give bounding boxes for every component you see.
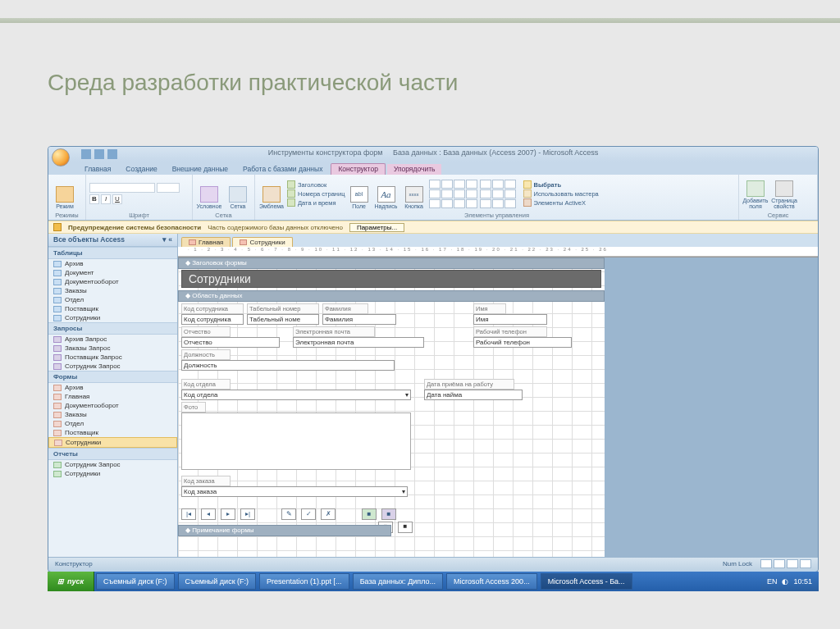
doc-tab-employees[interactable]: Сотрудники [232, 237, 292, 247]
detail-section[interactable]: ◆ Область данных [178, 290, 605, 302]
label[interactable]: Фото [181, 402, 206, 412]
taskbar-item[interactable]: Microsoft Access 200... [446, 573, 537, 590]
combobox[interactable]: Код заказа▾ [181, 486, 408, 497]
bold-button[interactable]: B [89, 194, 99, 204]
taskbar-item[interactable]: Съемный диск (F:) [178, 573, 257, 590]
textbox[interactable]: Электронная почта [293, 337, 424, 348]
pagenum-button[interactable]: Номера страниц [287, 189, 345, 198]
nav-form[interactable]: Заказы [48, 410, 177, 419]
taskbar-item[interactable]: База данных: Дипло... [353, 573, 443, 590]
nav-header[interactable]: Все объекты Access▾ « [48, 234, 177, 247]
controls-gallery[interactable] [429, 180, 477, 208]
controls-gallery-2[interactable] [480, 180, 516, 208]
addfields-button[interactable]: Добавить поля [742, 178, 769, 209]
first-record[interactable]: |◂ [181, 508, 196, 520]
textbox[interactable]: Должность [181, 360, 395, 371]
label[interactable]: Код сотрудника [181, 303, 244, 314]
textbox[interactable]: Отчество [181, 337, 280, 348]
nav-form[interactable]: Отдел [48, 419, 177, 428]
taskbar-item-active[interactable]: Microsoft Access - Ба... [541, 573, 632, 590]
label[interactable]: Дата приёма на работу [424, 379, 514, 390]
aux-button-1[interactable]: ■ [362, 508, 377, 520]
grid-button[interactable]: Сетка [225, 178, 251, 209]
nav-section-queries[interactable]: Запросы [48, 322, 177, 335]
label[interactable]: Должность [181, 349, 231, 360]
label[interactable]: Фамилия [322, 303, 368, 314]
taskbar-item[interactable]: Presentation (1).ppt [... [259, 573, 349, 590]
nav-table[interactable]: Заказы [48, 286, 177, 295]
nav-query[interactable]: Сотрудник Запрос [48, 362, 177, 371]
last-record[interactable]: ▸| [240, 508, 255, 520]
prev-record[interactable]: ◂ [201, 508, 216, 520]
nav-report[interactable]: Сотрудники [48, 469, 177, 478]
attachment[interactable] [181, 412, 411, 470]
nav-table[interactable]: Документооборот [48, 277, 177, 286]
edit-button[interactable]: ✎ [281, 508, 296, 520]
textbox[interactable]: Дата найма [424, 390, 523, 400]
tray-icon[interactable]: ◐ [782, 577, 788, 586]
doc-tab-main[interactable]: Главная [181, 237, 231, 247]
nav-form[interactable]: Главная [48, 392, 177, 401]
font-combo[interactable] [89, 183, 155, 193]
nav-table[interactable]: Архив [48, 259, 177, 268]
nav-form[interactable]: Поставщик [48, 428, 177, 437]
textbox[interactable]: Фамилия [322, 314, 396, 325]
tab-arrange[interactable]: Упорядочить [387, 164, 442, 175]
aux-button-4[interactable]: ■ [398, 522, 413, 533]
tab-external[interactable]: Внешние данные [166, 164, 235, 175]
label[interactable]: Отчество [181, 326, 231, 337]
nav-query[interactable]: Поставщик Запрос [48, 353, 177, 362]
security-options-button[interactable]: Параметры... [349, 223, 404, 232]
tab-create[interactable]: Создание [119, 164, 163, 175]
office-button[interactable] [52, 148, 70, 166]
start-button[interactable]: ⊞пуск [48, 572, 94, 591]
clock[interactable]: 10:51 [793, 577, 812, 586]
language-indicator[interactable]: EN [767, 577, 778, 586]
nav-report[interactable]: Сотрудник Запрос [48, 460, 177, 469]
nav-form-selected[interactable]: Сотрудники [48, 437, 177, 448]
formview-button[interactable] [760, 559, 772, 568]
form-header-section[interactable]: ◆ Заголовок формы [178, 258, 605, 269]
nav-form[interactable]: Документооборот [48, 401, 177, 410]
textbox[interactable]: Табельный номе [247, 314, 319, 325]
layoutview-button[interactable] [774, 559, 785, 568]
nav-table[interactable]: Сотрудники [48, 313, 177, 322]
use-wizards-toggle[interactable]: Использовать мастера [523, 189, 599, 198]
label[interactable]: Рабочий телефон [473, 326, 547, 337]
tab-design[interactable]: Конструктор [331, 163, 385, 175]
next-record[interactable]: ▸ [221, 508, 235, 520]
form-footer-section[interactable]: ◆ Примечание формы [178, 525, 391, 536]
save-button[interactable]: ✓ [301, 508, 316, 520]
taskbar-item[interactable]: Съемный диск (F:) [96, 573, 175, 590]
fontsize-combo[interactable] [157, 183, 180, 193]
label[interactable]: Код заказа [181, 476, 231, 486]
designview-button[interactable] [787, 559, 798, 568]
combobox[interactable]: Код отдела▾ [181, 390, 411, 400]
form-title-label[interactable]: Сотрудники [181, 270, 601, 288]
propsheet-button[interactable]: Страница свойств [771, 178, 797, 209]
title-button[interactable]: Заголовок [287, 180, 345, 189]
activex-button[interactable]: Элементы ActiveX [523, 198, 599, 207]
tab-home[interactable]: Главная [78, 164, 117, 175]
nav-form[interactable]: Архив [48, 383, 177, 392]
conditional-button[interactable]: Условное [196, 178, 222, 209]
view-button[interactable]: Режим [52, 178, 78, 209]
italic-button[interactable]: I [101, 194, 111, 204]
detail-area[interactable]: Код сотрудника Табельный номер Фамилия И… [178, 302, 605, 536]
nav-section-tables[interactable]: Таблицы [48, 247, 177, 259]
textbox[interactable]: Код сотрудника [181, 314, 244, 325]
label[interactable]: Табельный номер [247, 303, 319, 314]
aux-button-2[interactable]: ■ [381, 508, 396, 520]
select-tool[interactable]: Выбрать [523, 180, 599, 189]
datetime-button[interactable]: Дата и время [287, 198, 345, 207]
nav-table[interactable]: Отдел [48, 295, 177, 304]
underline-button[interactable]: U [112, 194, 122, 204]
label[interactable]: Имя [473, 303, 506, 314]
nav-section-reports[interactable]: Отчеты [48, 448, 177, 460]
nav-table[interactable]: Документ [48, 268, 177, 277]
label[interactable]: Электронная почта [293, 326, 375, 337]
label[interactable]: Код отдела [181, 379, 231, 390]
tab-dbtools[interactable]: Работа с базами данных [236, 164, 329, 175]
textbox[interactable]: Рабочий телефон [473, 337, 572, 348]
nav-table[interactable]: Поставщик [48, 304, 177, 313]
